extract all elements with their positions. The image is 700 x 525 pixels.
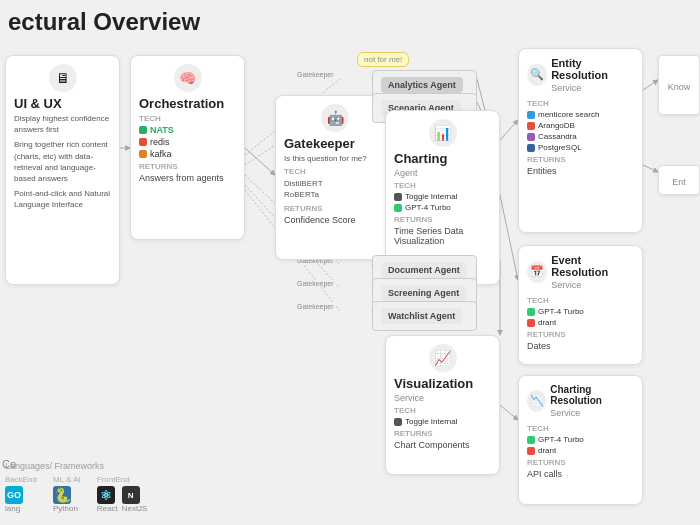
react-icon: ⚛ (97, 486, 115, 504)
event-subtitle: Service (551, 280, 634, 290)
event-tech-2: drant (527, 318, 634, 327)
footer-cols: BackEnd GO lang ML & AI 🐍 Python FrontEn… (5, 475, 265, 513)
backend-label: BackEnd (5, 475, 37, 484)
svg-line-12 (643, 80, 658, 90)
chartres-tech-2: drant (527, 446, 634, 455)
screening-agent-pill[interactable]: Screening Agent (381, 285, 466, 301)
charting-tech-label: Tech (394, 181, 491, 190)
entity-tech-label: Tech (527, 99, 634, 108)
chartres-tech-1: GPT-4 Turbo (527, 435, 634, 444)
uiux-title: UI & UX (14, 96, 111, 111)
gatekeeper-icon: 🤖 (321, 104, 349, 132)
uiux-card: 🖥 UI & UX Display highest confidence ans… (5, 55, 120, 285)
entity-returns-value: Entities (527, 166, 634, 176)
viz-returns-value: Chart Components (394, 440, 491, 450)
charting-returns-label: Returns (394, 215, 491, 224)
charting-icon: 📊 (429, 119, 457, 147)
orch-tech-kafka: kafka (139, 149, 236, 159)
footer-title: Languages/ Frameworks (5, 461, 265, 471)
charting-title: Charting (394, 151, 491, 166)
document-agent-pill[interactable]: Document Agent (381, 262, 467, 278)
analytics-agent-pill[interactable]: Analytics Agent (381, 77, 463, 93)
gate-tech-1: DistilBERT (284, 178, 386, 189)
gate-tech-2: RoBERTa (284, 189, 386, 200)
not-for-me-bubble: not for me! (357, 52, 409, 67)
chartres-title: Charting Resolution (550, 384, 634, 406)
orchestration-icon: 🧠 (174, 64, 202, 92)
charting-tech-1: Toggle Internal (394, 192, 491, 201)
ent-card: Ent (658, 165, 700, 195)
gatekeeper-question: Is this question for me? (284, 153, 386, 164)
react-label: React (97, 504, 118, 513)
event-resolution-card: 📅 Event Resolution Service Tech GPT-4 Tu… (518, 245, 643, 365)
orch-returns-label: Returns (139, 162, 236, 171)
event-tech-label: Tech (527, 296, 634, 305)
footer-col-backend: BackEnd GO lang (5, 475, 37, 513)
entity-title: Entity Resolution (551, 57, 634, 81)
footer-col-mlai: ML & AI 🐍 Python (53, 475, 81, 513)
nextjs-item: N NextJS (122, 486, 148, 513)
chartres-subtitle: Service (550, 408, 634, 418)
viz-tech-1: Toggle Internal (394, 417, 491, 426)
uiux-desc-2: Bring together rich content (charts, etc… (14, 139, 111, 184)
go-sublabel: lang (5, 504, 37, 513)
gate-returns-value: Confidence Score (284, 215, 386, 225)
watchlist-agent-panel[interactable]: Watchlist Agent (372, 301, 477, 331)
svg-line-14 (500, 195, 518, 280)
orchestration-tech-label: Tech (139, 114, 236, 123)
python-sublabel: Python (53, 504, 81, 513)
viz-returns-label: Returns (394, 429, 491, 438)
gate-label-1: Gatekeeper (295, 71, 336, 78)
nextjs-label: NextJS (122, 504, 148, 513)
co-text: Co (2, 458, 16, 470)
footer-col-frontend: FrontEnd ⚛ React N NextJS (97, 475, 148, 513)
viz-icon: 📈 (429, 344, 457, 372)
orch-returns-value: Answers from agents (139, 173, 236, 183)
event-returns-label: Returns (527, 330, 634, 339)
viz-subtitle: Service (394, 393, 491, 403)
event-icon: 📅 (527, 261, 547, 283)
svg-line-1 (245, 148, 275, 175)
python-icon: 🐍 (53, 486, 71, 504)
chartres-icon: 📉 (527, 390, 546, 412)
svg-line-13 (643, 165, 658, 172)
uiux-desc-3: Point-and-click and Natural Language Int… (14, 188, 111, 210)
footer: Languages/ Frameworks BackEnd GO lang ML… (5, 461, 265, 513)
gatekeeper-title: Gatekeeper (284, 136, 386, 151)
frontend-label: FrontEnd (97, 475, 148, 484)
event-returns-value: Dates (527, 341, 634, 351)
viz-tech-label: Tech (394, 406, 491, 415)
gate-tech-label: Tech (284, 167, 386, 176)
react-item: ⚛ React (97, 486, 118, 513)
orchestration-title: Orchestration (139, 96, 236, 111)
chartres-returns-value: API calls (527, 469, 634, 479)
event-title: Event Resolution (551, 254, 634, 278)
chartres-returns-label: Returns (527, 458, 634, 467)
charting-returns-value: Time Series Data Visualization (394, 226, 491, 246)
entity-subtitle: Service (551, 83, 634, 93)
gate-label-5: Gatekeeper (295, 303, 336, 310)
entity-tech-4: PostgreSQL (527, 143, 634, 152)
svg-line-9 (500, 120, 518, 140)
orchestration-card: 🧠 Orchestration Tech NATS redis kafka Re… (130, 55, 245, 240)
watchlist-agent-pill[interactable]: Watchlist Agent (381, 308, 462, 324)
page-wrapper: ectural Overview (0, 0, 700, 525)
know-label: Know (668, 82, 691, 92)
orch-tech-nats: NATS (139, 125, 236, 135)
page-title: ectural Overview (8, 8, 200, 36)
gate-label-4: Gatekeeper (295, 280, 336, 287)
uiux-desc-1: Display highest confidence answers first (14, 113, 111, 135)
svg-line-11 (500, 405, 518, 420)
viz-title: Visualization (394, 376, 491, 391)
entity-resolution-card: 🔍 Entity Resolution Service Tech mentico… (518, 48, 643, 233)
gate-returns-label: Returns (284, 204, 386, 213)
entity-tech-3: Cassandra (527, 132, 634, 141)
know-card: Know (658, 55, 700, 115)
chartres-tech-label: Tech (527, 424, 634, 433)
ent-label: Ent (672, 177, 686, 187)
orch-tech-redis: redis (139, 137, 236, 147)
charting-resolution-card: 📉 Charting Resolution Service Tech GPT-4… (518, 375, 643, 505)
entity-icon: 🔍 (527, 64, 547, 86)
mlai-label: ML & AI (53, 475, 81, 484)
visualization-card: 📈 Visualization Service Tech Toggle Inte… (385, 335, 500, 475)
